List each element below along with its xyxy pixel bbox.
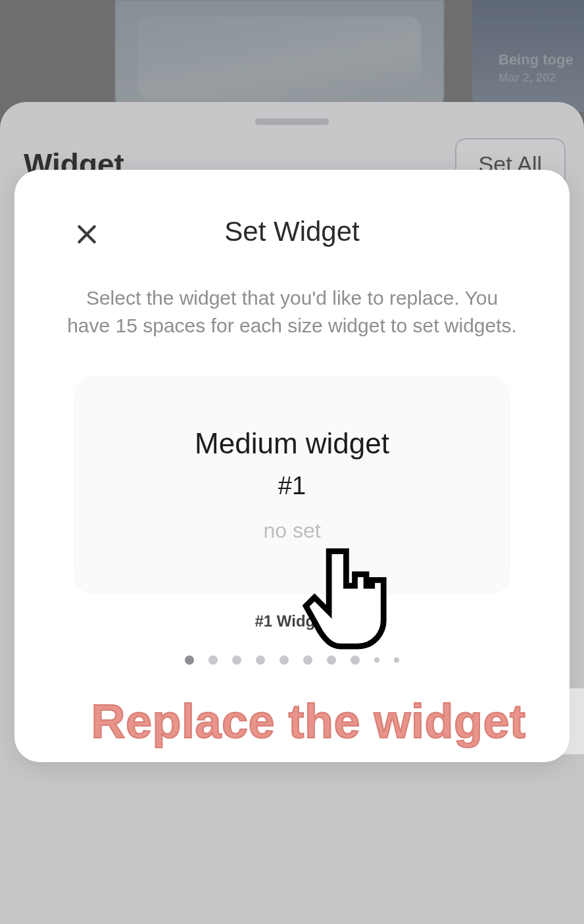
background-preview-inner — [138, 16, 421, 99]
widget-caption: #1 Widget — [14, 612, 570, 630]
background-preview-text1: Being toge — [499, 51, 584, 68]
widget-status-label: no set — [263, 519, 320, 543]
modal-description: Select the widget that you'd like to rep… — [14, 284, 570, 340]
background-preview-right: Being toge Mar 2, 202 — [472, 0, 584, 112]
widget-size-label: Medium widget — [195, 427, 389, 460]
page-dot[interactable] — [185, 655, 194, 665]
page-dot[interactable] — [208, 655, 218, 665]
background-preview-text2: Mar 2, 202 — [499, 71, 584, 85]
widget-slot-card[interactable]: Medium widget #1 no set — [74, 376, 510, 594]
widget-number-label: #1 — [278, 472, 306, 500]
page-dot[interactable] — [256, 655, 265, 665]
page-dot[interactable] — [351, 655, 360, 665]
page-dot[interactable] — [327, 655, 336, 665]
page-dot[interactable] — [303, 655, 312, 665]
page-dot[interactable] — [374, 657, 379, 663]
page-dot[interactable] — [232, 655, 241, 665]
sheet-grabber[interactable] — [255, 118, 329, 125]
page-dot[interactable] — [280, 655, 289, 665]
page-dots[interactable] — [14, 655, 570, 665]
caption-overlay: Replace the widget — [33, 688, 584, 754]
page-dot[interactable] — [394, 657, 399, 663]
close-icon[interactable] — [68, 216, 105, 253]
set-widget-modal: Set Widget Select the widget that you'd … — [14, 170, 570, 762]
